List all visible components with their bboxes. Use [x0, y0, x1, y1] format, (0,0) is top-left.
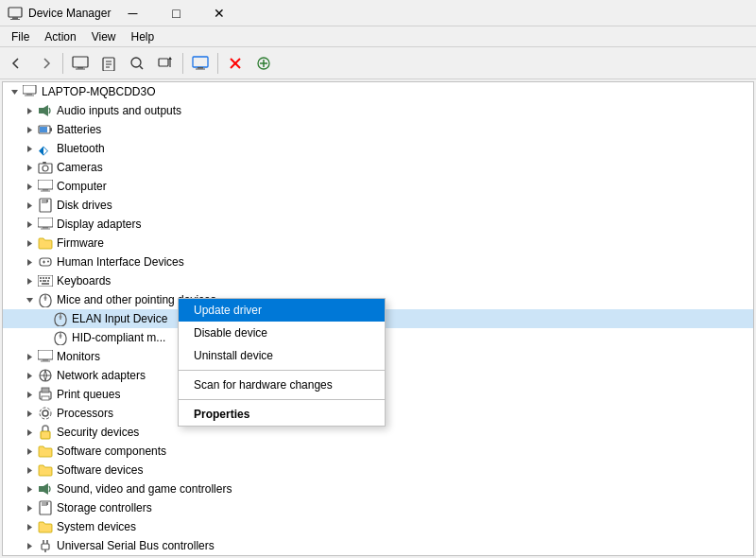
svg-rect-47 [46, 200, 48, 202]
tree-expander-audio[interactable] [22, 103, 37, 118]
forward-button[interactable] [32, 50, 59, 77]
tree-expander-root[interactable] [7, 84, 22, 99]
tree-item-disk[interactable]: Disk drives [3, 196, 753, 215]
menu-item-file[interactable]: File [4, 26, 37, 47]
svg-rect-2 [10, 19, 20, 20]
svg-rect-3 [73, 57, 88, 67]
svg-marker-53 [27, 259, 32, 266]
tree-expander-software[interactable] [22, 462, 37, 478]
tree-expander-monitors[interactable] [22, 349, 37, 364]
tree-label-network: Network adapters [57, 369, 146, 382]
svg-marker-14 [168, 57, 172, 60]
tree-expander-human[interactable] [22, 254, 37, 270]
tree-expander-batteries[interactable] [22, 122, 37, 137]
svg-rect-12 [159, 59, 168, 66]
tree-icon-network [37, 367, 54, 384]
tree-expander-disk[interactable] [22, 198, 37, 213]
scan-button[interactable] [124, 50, 150, 77]
tree-item-display[interactable]: Display adapters [3, 215, 753, 234]
svg-marker-34 [27, 146, 32, 152]
tree-item-human[interactable]: Human Interface Devices [3, 253, 753, 271]
svg-rect-102 [46, 502, 48, 505]
tree-label-keyboards: Keyboards [57, 274, 111, 288]
svg-marker-89 [27, 410, 32, 417]
update-driver-toolbar-button[interactable] [152, 50, 179, 77]
menu-item-action[interactable]: Action [37, 26, 83, 47]
tree-expander-softcomp[interactable] [22, 444, 37, 459]
tree-expander-security[interactable] [22, 425, 37, 440]
maximize-button[interactable]: □ [154, 0, 198, 26]
tree-expander-computer[interactable] [22, 179, 37, 194]
tree-item-softcomp[interactable]: Software components [3, 442, 753, 461]
properties-button[interactable] [95, 50, 122, 77]
tree-item-cameras[interactable]: Cameras [3, 158, 753, 177]
tree-expander-sound[interactable] [22, 481, 37, 497]
tree-expander-keyboards[interactable] [22, 273, 37, 288]
tree-expander-storage[interactable] [22, 500, 37, 515]
tree-item-batteries[interactable]: Batteries [3, 120, 753, 139]
svg-rect-1 [12, 17, 18, 19]
tree-label-hid: HID-compliant m... [72, 331, 165, 344]
computer-button[interactable] [67, 50, 94, 77]
context-menu-item-uninstall[interactable]: Uninstall device [179, 344, 385, 367]
tree-expander-bluetooth[interactable] [22, 141, 37, 156]
tree-item-system[interactable]: System devices [3, 517, 753, 536]
svg-marker-29 [43, 105, 48, 116]
svg-point-57 [47, 261, 49, 263]
tree-expander-system[interactable] [22, 519, 37, 534]
tree-item-keyboards[interactable]: Keyboards [3, 271, 753, 290]
context-menu-item-scan[interactable]: Scan for hardware changes [179, 374, 385, 396]
tree-label-bluetooth: Bluetooth [57, 142, 105, 155]
svg-rect-17 [196, 68, 205, 69]
tree-icon-cameras [37, 159, 54, 176]
tree-item-sound[interactable]: Sound, video and game controllers [3, 480, 753, 498]
menu-item-help[interactable]: Help [124, 26, 163, 47]
context-menu-item-update[interactable]: Update driver [179, 299, 385, 322]
tree-item-usb[interactable]: Universal Serial Bus controllers [3, 536, 753, 555]
monitor-button[interactable] [187, 50, 214, 77]
tree-label-display: Display adapters [57, 218, 141, 231]
svg-rect-32 [50, 128, 52, 131]
tree-icon-processors [37, 405, 54, 422]
svg-rect-93 [41, 431, 50, 439]
tree-item-bluetooth[interactable]: ⬖Bluetooth [3, 139, 753, 158]
tree-item-root[interactable]: LAPTOP-MQBCDD3O [3, 82, 753, 101]
context-menu-item-properties[interactable]: Properties [179, 403, 385, 426]
tree-item-storage[interactable]: Storage controllers [3, 498, 753, 517]
remove-button[interactable] [222, 50, 249, 77]
svg-rect-51 [41, 229, 50, 230]
menu-item-view[interactable]: View [84, 26, 124, 47]
close-button[interactable]: ✕ [198, 0, 241, 26]
tree-expander-print[interactable] [22, 387, 37, 402]
context-menu-separator [179, 399, 385, 400]
tree-icon-elan [52, 310, 69, 327]
tree-expander-mice[interactable] [22, 292, 37, 307]
tree-item-audio[interactable]: Audio inputs and outputs [3, 101, 753, 120]
tree-expander-cameras[interactable] [22, 160, 37, 175]
tree-expander-firmware[interactable] [22, 235, 37, 251]
tree-label-audio: Audio inputs and outputs [57, 104, 181, 117]
minimize-button[interactable]: ─ [111, 0, 154, 26]
tree-expander-usb[interactable] [22, 538, 37, 553]
tree-label-monitors: Monitors [57, 350, 100, 363]
tree-expander-elan [37, 311, 52, 326]
back-button[interactable] [4, 50, 30, 77]
tree-expander-display[interactable] [22, 217, 37, 232]
toolbar-sep-3 [217, 53, 218, 74]
svg-marker-40 [27, 183, 32, 190]
tree-label-cameras: Cameras [57, 161, 103, 174]
tree-item-computer[interactable]: Computer [3, 177, 753, 196]
context-menu: Update driverDisable deviceUninstall dev… [178, 298, 386, 427]
tree-item-firmware[interactable]: Firmware [3, 234, 753, 253]
tree-item-software[interactable]: Software devices [3, 461, 753, 480]
tree-icon-mice [37, 291, 54, 308]
tree-expander-processors[interactable] [22, 406, 37, 421]
toolbar [0, 47, 756, 79]
add-button[interactable] [250, 50, 277, 77]
tree-expander-network[interactable] [22, 368, 37, 383]
window-controls: ─ □ ✕ [111, 0, 241, 26]
context-menu-item-disable[interactable]: Disable device [179, 322, 385, 344]
svg-rect-97 [39, 486, 43, 492]
svg-rect-15 [193, 57, 208, 67]
svg-point-71 [44, 297, 47, 300]
